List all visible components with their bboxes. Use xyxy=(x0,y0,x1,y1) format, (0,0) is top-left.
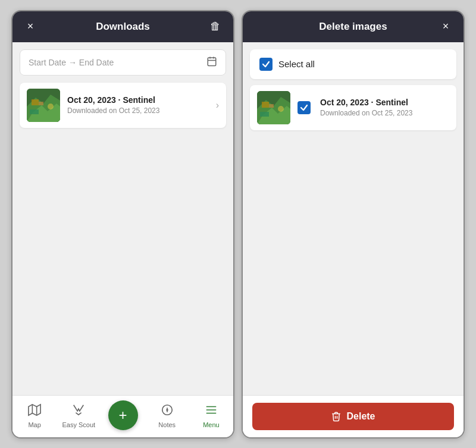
easy-scout-icon xyxy=(72,403,85,419)
downloads-title: Downloads xyxy=(96,21,150,33)
svg-point-25 xyxy=(278,106,284,112)
nav-easy-scout[interactable]: Easy Scout xyxy=(57,403,101,428)
delete-button[interactable]: Delete xyxy=(252,403,454,430)
download-thumbnail xyxy=(27,89,60,122)
nav-fab-container[interactable]: + xyxy=(101,400,145,431)
delete-footer: Delete xyxy=(243,395,464,437)
svg-rect-23 xyxy=(262,102,269,108)
delete-item-title: Oct 20, 2023 · Sentinel xyxy=(320,98,449,107)
nav-menu[interactable]: Menu xyxy=(189,403,233,428)
calendar-icon xyxy=(206,56,217,69)
svg-rect-26 xyxy=(260,112,269,117)
menu-label: Menu xyxy=(203,421,220,428)
select-all-checkbox[interactable] xyxy=(259,58,273,71)
delete-content: Select all xyxy=(243,42,464,395)
close-icon[interactable]: × xyxy=(22,20,39,33)
delete-item-subtitle: Downloaded on Oct 25, 2023 xyxy=(320,109,449,117)
svg-rect-7 xyxy=(32,99,39,105)
svg-rect-0 xyxy=(208,58,216,66)
trash-icon[interactable]: 🗑 xyxy=(207,20,224,33)
date-filter-bar[interactable]: Start Date → End Date xyxy=(20,49,226,76)
svg-point-16 xyxy=(167,409,168,411)
download-title: Oct 20, 2023 · Sentinel xyxy=(67,95,209,105)
download-list-item[interactable]: Oct 20, 2023 · Sentinel Downloaded on Oc… xyxy=(20,83,226,128)
delete-images-screen: Delete images × Select all xyxy=(242,10,465,438)
notes-icon xyxy=(161,403,174,419)
svg-marker-11 xyxy=(29,404,40,415)
svg-rect-10 xyxy=(30,109,39,114)
delete-header: Delete images × xyxy=(243,11,464,42)
delete-button-label: Delete xyxy=(346,411,375,422)
delete-list-item[interactable]: Oct 20, 2023 · Sentinel Downloaded on Oc… xyxy=(250,85,456,130)
downloads-screen: × Downloads 🗑 Start Date → End Date xyxy=(11,10,234,438)
select-all-bar[interactable]: Select all xyxy=(250,49,456,79)
nav-notes[interactable]: Notes xyxy=(145,403,189,428)
download-info: Oct 20, 2023 · Sentinel Downloaded on Oc… xyxy=(67,95,209,115)
item-checkbox[interactable] xyxy=(298,101,311,114)
select-all-label: Select all xyxy=(278,59,315,69)
notes-label: Notes xyxy=(158,421,176,428)
date-filter-text: Start Date → End Date xyxy=(29,58,114,67)
download-subtitle: Downloaded on Oct 25, 2023 xyxy=(67,106,209,115)
fab-plus-icon: + xyxy=(118,407,127,424)
delete-title: Delete images xyxy=(319,21,387,33)
svg-point-9 xyxy=(48,104,54,109)
map-label: Map xyxy=(28,421,40,428)
map-icon xyxy=(28,403,41,419)
easy-scout-label: Easy Scout xyxy=(62,421,95,428)
downloads-header: × Downloads 🗑 xyxy=(12,11,233,42)
downloads-content: Start Date → End Date xyxy=(12,42,233,395)
nav-map[interactable]: Map xyxy=(12,403,57,428)
svg-rect-24 xyxy=(269,104,274,108)
menu-icon xyxy=(205,403,218,419)
delete-thumbnail xyxy=(257,91,290,124)
delete-close-icon[interactable]: × xyxy=(437,20,454,33)
chevron-right-icon: › xyxy=(216,100,219,111)
delete-item-info: Oct 20, 2023 · Sentinel Downloaded on Oc… xyxy=(320,98,449,117)
svg-rect-8 xyxy=(39,102,43,105)
delete-btn-icon xyxy=(331,411,342,422)
bottom-nav: Map Easy Scout + xyxy=(12,395,233,437)
fab-button[interactable]: + xyxy=(108,400,138,430)
